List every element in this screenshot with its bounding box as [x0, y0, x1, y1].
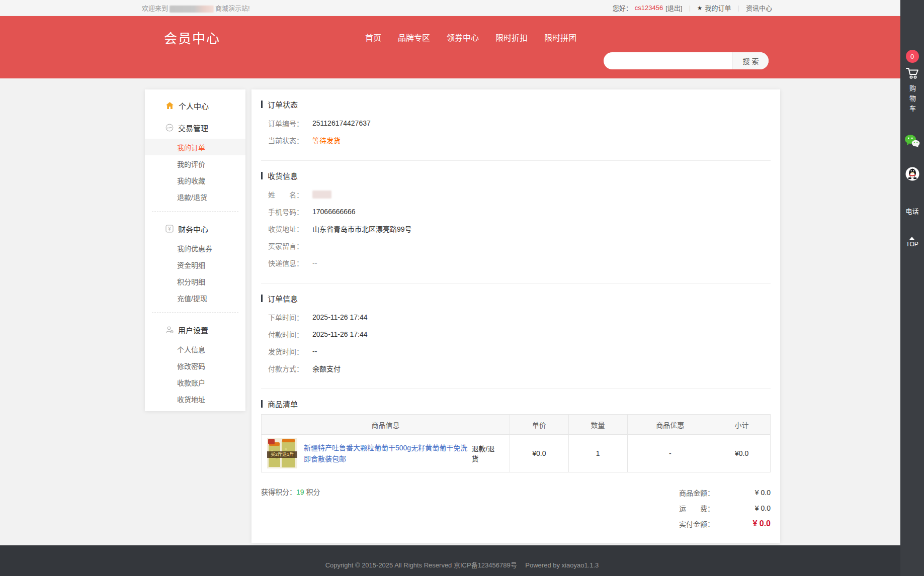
sidebar-item-profile[interactable]: 个人信息 [145, 341, 245, 357]
order-state-row: 当前状态： 等待发货 [268, 132, 771, 149]
header-row: 会员中心 首页 品牌专区 领券中心 限时折扣 限时拼团 [164, 28, 924, 46]
section-title-bar [261, 400, 263, 408]
my-orders-link[interactable]: 我的订单 [705, 3, 731, 13]
cart-icon [905, 67, 919, 80]
wechat-icon [904, 134, 920, 148]
search-button[interactable]: 搜 索 [732, 52, 769, 69]
sidebar-item-my-favorites[interactable]: 我的收藏 [145, 172, 245, 188]
ship-time-value: -- [312, 347, 317, 355]
row-label: 当前状态： [268, 135, 312, 145]
username-link[interactable]: cs123456 [635, 4, 663, 12]
col-quantity: 数量 [568, 415, 627, 435]
sidebar-item-points-detail[interactable]: 积分明细 [145, 273, 245, 290]
sidebar-item-recharge-withdraw[interactable]: 充值/提现 [145, 290, 245, 306]
section-title-bar [261, 295, 263, 302]
sidebar-group-user-settings[interactable]: 用户设置 [145, 319, 245, 341]
redacted-site-name [170, 6, 214, 13]
product-title-link[interactable]: 新疆特产吐鲁番大颗粒葡萄干500g无籽黄萄葡干免洗即食散装包邮 [304, 442, 471, 464]
qq-button[interactable] [905, 167, 919, 183]
nav-brand-zone[interactable]: 品牌专区 [398, 31, 430, 43]
greeting-label: 您好： [613, 3, 632, 13]
phone-value: 17066666666 [312, 208, 356, 216]
refund-link[interactable]: 退款/退货 [471, 443, 501, 463]
star-icon: ★ [697, 5, 703, 12]
trade-icon [165, 124, 174, 132]
promo-band-text: 买2斤送1斤 [267, 451, 297, 458]
logout-link[interactable]: [退出] [665, 3, 682, 13]
content-area: 个人中心 交易管理 我的订单 我的评价 我的收藏 退款/退货 ¥ 财务中心 我的… [0, 78, 924, 545]
cart-vertical-label[interactable]: 购物车 [907, 85, 917, 115]
welcome-prefix: 欢迎来到 [142, 5, 168, 12]
sidebar-group-title: 财务中心 [178, 224, 208, 234]
nav-group-buy[interactable]: 限时拼团 [544, 31, 576, 43]
sidebar-item-refunds[interactable]: 退款/退货 [145, 188, 245, 205]
goods-table: 商品信息 单价 数量 商品优惠 小计 [261, 414, 771, 472]
user-settings-icon [165, 326, 174, 334]
points-label: 获得积分： [261, 488, 296, 496]
paid-amount-row: 实付金额： ¥ 0.0 [679, 516, 771, 531]
back-to-top-button[interactable]: TOP [906, 237, 918, 248]
wechat-button[interactable] [904, 134, 920, 150]
sidebar-item-my-reviews[interactable]: 我的评价 [145, 155, 245, 172]
phone-row: 手机号码： 17066666666 [268, 203, 771, 220]
section-title: 商品清单 [268, 399, 298, 409]
search-input[interactable] [604, 52, 732, 69]
sidebar-item-my-orders[interactable]: 我的订单 [145, 139, 245, 155]
pay-method-value: 余额支付 [312, 363, 341, 373]
cart-button[interactable] [905, 67, 919, 82]
section-title-bar [261, 172, 263, 179]
total-label: 运 费： [679, 503, 714, 513]
sidebar-item-shipping-address[interactable]: 收货地址 [145, 391, 245, 407]
section-title: 订单信息 [268, 293, 298, 304]
points-value: 19 [296, 488, 304, 496]
nav-home[interactable]: 首页 [365, 31, 381, 43]
sidebar-group-title: 交易管理 [178, 123, 208, 133]
unit-price-cell: ¥0.0 [510, 435, 568, 472]
product-thumbnail[interactable]: 买2斤送1斤 [267, 438, 297, 468]
freight-row: 运 费： ¥ 0.0 [679, 500, 771, 516]
goods-amount-value: ¥ 0.0 [714, 489, 771, 497]
goods-amount-row: 商品金额： ¥ 0.0 [679, 485, 771, 500]
order-status-section: 订单状态 订单编号： 251126174427637 当前状态： 等待发货 [261, 89, 771, 161]
top-utility-bar: 欢迎来到商城演示站! 您好： cs123456 [退出] | ★ 我的订单 | … [0, 0, 924, 16]
search-row: 搜 索 [164, 52, 924, 69]
copyright-text: Copyright © 2015-2025 All Rights Reserve… [325, 560, 599, 569]
sidebar-group-title: 个人中心 [179, 101, 209, 111]
freight-value: ¥ 0.0 [714, 504, 771, 512]
phone-button[interactable]: 电话 [905, 206, 918, 216]
sidebar-divider [152, 312, 238, 313]
welcome-suffix: 商城演示站! [215, 5, 250, 12]
sidebar-item-coupons[interactable]: 我的优惠券 [145, 240, 245, 256]
sidebar-item-funds-detail[interactable]: 资金明细 [145, 256, 245, 273]
topbar-account-links: 您好： cs123456 [退出] | ★ 我的订单 | 资讯中心 [613, 3, 772, 13]
sidebar-group-personal-center[interactable]: 个人中心 [145, 94, 245, 117]
sidebar-group-trade-management[interactable]: 交易管理 [145, 117, 245, 139]
section-title-row: 收货信息 [261, 170, 771, 181]
row-label: 姓 名： [268, 189, 312, 200]
sidebar-item-change-password[interactable]: 修改密码 [145, 357, 245, 374]
cart-count-badge: 0 [906, 50, 919, 63]
quantity-cell: 1 [568, 435, 627, 472]
section-title-bar [261, 101, 263, 108]
order-time-row: 下单时间： 2025-11-26 17:44 [268, 309, 771, 326]
sidebar-item-payment-account[interactable]: 收款账户 [145, 374, 245, 391]
total-label: 商品金额： [679, 488, 714, 498]
qq-icon [905, 167, 919, 181]
section-title-row: 商品清单 [261, 399, 771, 409]
up-arrow-icon [909, 237, 914, 240]
goods-list-section: 商品清单 商品信息 单价 数量 商品优惠 小计 [261, 389, 771, 543]
express-info-row: 快递信息： -- [268, 254, 771, 271]
section-title-row: 订单信息 [261, 293, 771, 304]
nav-flash-discount[interactable]: 限时折扣 [495, 31, 528, 43]
member-sidebar: 个人中心 交易管理 我的订单 我的评价 我的收藏 退款/退货 ¥ 财务中心 我的… [145, 89, 245, 411]
nav-coupon-center[interactable]: 领券中心 [447, 31, 479, 43]
section-title-row: 订单状态 [261, 99, 771, 110]
news-center-link[interactable]: 资讯中心 [746, 3, 772, 13]
order-info-section: 订单信息 下单时间： 2025-11-26 17:44 付款时间： 2025-1… [261, 283, 771, 389]
row-label: 买家留言： [268, 241, 312, 251]
subtotal-cell: ¥0.0 [713, 435, 771, 472]
redacted-receiver-name [312, 190, 331, 199]
points-earned: 获得积分：19 积分 [261, 485, 320, 531]
sidebar-group-finance-center[interactable]: ¥ 财务中心 [145, 218, 245, 240]
svg-text:¥: ¥ [167, 226, 171, 232]
